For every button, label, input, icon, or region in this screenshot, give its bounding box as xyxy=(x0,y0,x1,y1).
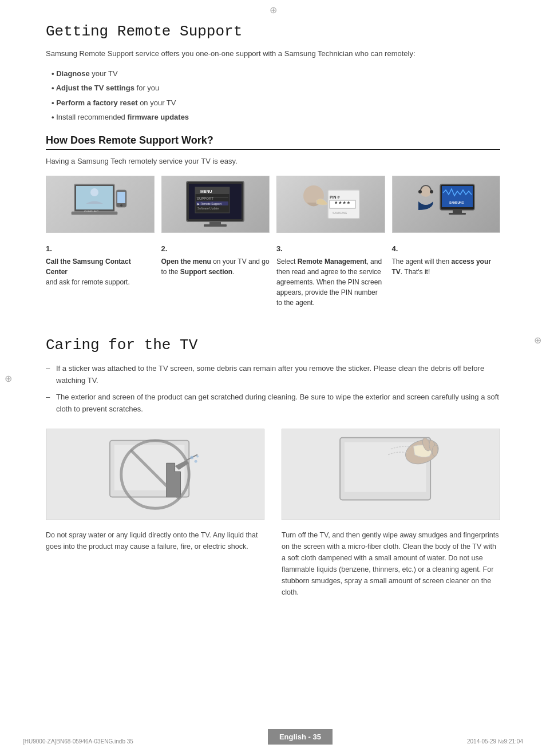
svg-text:▶ Remote Support: ▶ Remote Support xyxy=(197,202,221,205)
step3-remote-mgmt: Remote Management xyxy=(298,258,367,266)
svg-text:SAMSUNG: SAMSUNG xyxy=(333,211,347,215)
list-item-factory-reset: Perform a factory reset on your TV xyxy=(52,97,500,109)
wiping-image xyxy=(282,429,500,520)
step2-period: . xyxy=(232,268,234,276)
tv-menu-illustration: MENU SUPPORT ▶ Remote Support Software U… xyxy=(181,179,250,230)
step3-number: 3. xyxy=(276,243,385,255)
step1-text: 1. Call the Samsung Contact Center and a… xyxy=(46,243,155,308)
agent-tv-illustration: SAMSUNG xyxy=(412,179,480,230)
step2-number: 2. xyxy=(161,243,270,255)
steps-text-row: 1. Call the Samsung Contact Center and a… xyxy=(46,243,500,308)
step4-number: 4. xyxy=(392,243,501,255)
svg-rect-18 xyxy=(209,221,221,224)
intro-paragraph: Samsung Remote Support service offers yo… xyxy=(46,48,500,60)
step4-text: 4. The agent will then access your TV. T… xyxy=(392,243,501,308)
list-item-diagnose: Diagnose your TV xyxy=(52,68,500,80)
wiping-illustration xyxy=(282,429,500,520)
svg-text:PIN #: PIN # xyxy=(330,195,340,199)
no-spray-image xyxy=(46,429,264,520)
svg-text:MENU: MENU xyxy=(200,189,212,193)
svg-rect-4 xyxy=(72,212,117,215)
no-spray-caption: Do not spray water or any liquid directl… xyxy=(46,529,264,598)
footer-page-label: English - 35 xyxy=(268,729,333,745)
step4-image: SAMSUNG xyxy=(392,176,501,233)
caring-for-tv-title: Caring for the TV xyxy=(46,337,500,354)
step3-select: Select xyxy=(276,258,298,266)
crosshair-right-icon: ⊕ xyxy=(534,335,541,346)
footer-right-text: 2014-05-29 №9:21:04 xyxy=(467,738,523,745)
svg-point-7 xyxy=(120,204,122,207)
no-spray-illustration xyxy=(46,429,264,520)
svg-point-37 xyxy=(190,456,193,460)
step3-image: PIN # **** SAMSUNG xyxy=(276,176,385,233)
step3-text: 3. Select Remote Management, and then re… xyxy=(276,243,385,308)
svg-text:****: **** xyxy=(335,200,351,207)
svg-rect-30 xyxy=(449,213,466,215)
diagnose-text: your TV xyxy=(90,69,118,78)
features-list: Diagnose your TV Adjust the TV settings … xyxy=(46,68,500,123)
factory-reset-text: on your TV xyxy=(138,98,176,107)
step2-support-section: Support section xyxy=(180,268,232,276)
svg-point-39 xyxy=(195,460,197,463)
firmware-bold: firmware updates xyxy=(127,113,189,121)
step1-image: SAMSUNG xyxy=(46,176,155,233)
how-desc-text: Having a Samsung Tech remotely service y… xyxy=(46,157,500,165)
caring-item-scratch: The exterior and screen of the product c… xyxy=(46,391,500,415)
caring-captions: Do not spray water or any liquid directl… xyxy=(46,529,500,598)
laptop-phone-illustration: SAMSUNG xyxy=(66,179,134,230)
step4-thats-it: . That's it! xyxy=(401,268,430,276)
steps-images-row: SAMSUNG MENU SUPPORT xyxy=(46,176,500,233)
page-footer: [HU9000-ZA]BN68-05946A-03ENG.indb 35 Eng… xyxy=(0,729,546,745)
svg-rect-14 xyxy=(196,197,228,197)
getting-remote-support-title: Getting Remote Support xyxy=(46,23,500,40)
svg-text:Software Update: Software Update xyxy=(197,207,219,210)
svg-point-33 xyxy=(430,190,433,193)
step2-text: 2. Open the menu on your TV and go to th… xyxy=(161,243,270,308)
caring-list: If a sticker was attached to the TV scre… xyxy=(46,363,500,415)
page-container: ⊕ ⊕ ⊕ Getting Remote Support Samsung Rem… xyxy=(0,0,546,756)
step1-desc: and ask for remote support. xyxy=(46,278,130,286)
crosshair-top-icon: ⊕ xyxy=(270,5,277,15)
svg-rect-19 xyxy=(204,224,227,227)
caring-images-row xyxy=(46,429,500,520)
adjust-text: for you xyxy=(134,84,159,92)
diagnose-bold: Diagnose xyxy=(56,69,90,78)
factory-reset-bold: Perform a factory reset xyxy=(56,98,137,107)
adjust-bold: Adjust the TV settings xyxy=(56,84,134,92)
list-item-adjust: Adjust the TV settings for you xyxy=(52,82,500,94)
step1-number: 1. xyxy=(46,243,155,255)
caring-item-sticker: If a sticker was attached to the TV scre… xyxy=(46,363,500,387)
svg-point-38 xyxy=(196,456,199,458)
svg-text:SAMSUNG: SAMSUNG xyxy=(449,201,464,204)
list-item-firmware: Install recommended firmware updates xyxy=(52,112,500,123)
wiping-caption: Turn off the TV, and then gently wipe aw… xyxy=(282,529,500,598)
svg-point-2 xyxy=(90,188,98,196)
pin-screen-illustration: PIN # **** SAMSUNG xyxy=(296,179,365,230)
step2-open-menu: Open the menu xyxy=(161,258,211,266)
how-does-it-work-title: How Does Remote Support Work? xyxy=(46,134,500,150)
step4-agent: The agent will then xyxy=(392,258,452,266)
svg-rect-29 xyxy=(453,210,462,213)
firmware-text-prefix: Install recommended xyxy=(56,113,127,121)
footer-left-text: [HU9000-ZA]BN68-05946A-03ENG.indb 35 xyxy=(23,738,133,745)
svg-point-32 xyxy=(418,190,422,193)
svg-rect-6 xyxy=(117,192,125,203)
crosshair-left-icon: ⊕ xyxy=(5,373,12,383)
step1-bold-label: Call the Samsung Contact Center xyxy=(46,258,131,276)
step2-image: MENU SUPPORT ▶ Remote Support Software U… xyxy=(161,176,270,233)
